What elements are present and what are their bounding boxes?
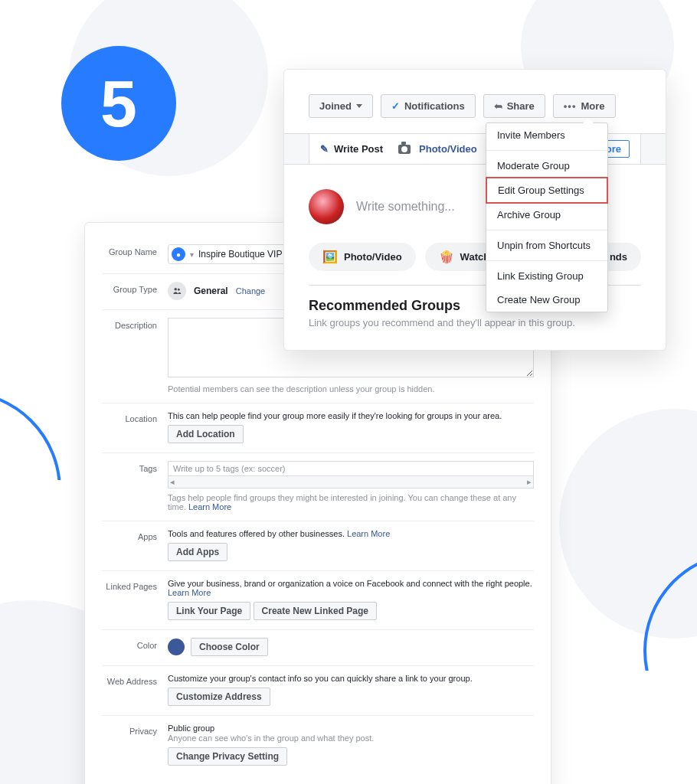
step-number-badge: 5 [61,46,176,161]
color-label: Color [102,638,157,656]
group-name-value: Inspire Boutique VIP [198,249,282,260]
web-label: Web Address [102,674,157,706]
share-icon: ➦ [494,100,502,112]
group-icon: ● [172,247,185,261]
tags-scrollbar[interactable]: ◂▸ [168,476,534,488]
user-avatar [309,189,344,224]
group-name-field[interactable]: ● ▾ Inspire Boutique VIP [168,244,290,264]
privacy-hint: Anyone can see who's in the group and wh… [168,733,534,743]
caret-icon: ▾ [190,250,194,259]
tags-input[interactable]: Write up to 5 tags (ex: soccer) [168,461,534,476]
notifications-button[interactable]: ✓ Notifications [381,94,476,118]
apps-learn-link[interactable]: Learn More [347,529,390,538]
share-button[interactable]: ➦ Share [483,94,545,118]
apps-label: Apps [102,529,157,561]
tags-label: Tags [102,461,157,511]
group-header-card: Joined ✓ Notifications ➦ Share ••• More … [283,69,666,351]
menu-link-existing-group[interactable]: Link Existing Group [486,264,607,288]
recommended-desc: Link groups you recommend and they'll ap… [309,317,641,328]
linked-text: Give your business, brand or organizatio… [168,579,532,588]
privacy-label: Privacy [102,724,157,766]
popcorn-icon: 🍿 [439,250,454,264]
linked-learn-link[interactable]: Learn More [168,588,211,597]
dots-icon: ••• [564,100,577,112]
web-text: Customize your group's contact info so y… [168,674,534,683]
linked-label: Linked Pages [102,579,157,620]
menu-edit-group-settings[interactable]: Edit Group Settings [486,177,608,204]
svg-point-0 [175,288,178,291]
location-text: This can help people find your group mor… [168,411,534,420]
svg-point-1 [178,289,180,291]
group-type-label: Group Type [102,282,157,300]
menu-invite-members[interactable]: Invite Members [486,123,607,147]
link-page-button[interactable]: Link Your Page [168,602,250,620]
color-swatch [168,639,185,655]
decor-arc [0,390,61,590]
choose-color-button[interactable]: Choose Color [191,638,268,656]
joined-button[interactable]: Joined [309,94,373,118]
chip-photo-video[interactable]: 🖼️ Photo/Video [309,243,416,271]
description-label: Description [102,318,157,394]
chevron-down-icon [356,104,362,108]
customize-address-button[interactable]: Customize Address [168,688,270,706]
menu-archive-group[interactable]: Archive Group [486,203,607,227]
camera-icon [398,145,411,154]
add-apps-button[interactable]: Add Apps [168,543,227,561]
change-type-link[interactable]: Change [236,286,266,296]
check-icon: ✓ [391,100,400,112]
change-privacy-button[interactable]: Change Privacy Setting [168,747,287,766]
privacy-value: Public group [168,724,534,733]
photo-icon: 🖼️ [322,250,338,264]
menu-unpin-shortcuts[interactable]: Unpin from Shortcuts [486,234,607,257]
people-icon [168,282,186,300]
add-location-button[interactable]: Add Location [168,425,244,443]
menu-moderate-group[interactable]: Moderate Group [486,154,607,178]
apps-text: Tools and features offered by other busi… [168,529,345,538]
tags-hint: Tags help people find groups they might … [168,493,534,511]
description-hint: Potential members can see the descriptio… [168,384,534,394]
photo-video-tab[interactable]: Photo/Video [398,140,477,158]
group-type-value: General [194,286,228,296]
more-dropdown-menu: Invite Members Moderate Group Edit Group… [486,122,608,312]
write-post-tab[interactable]: ✎ Write Post [320,140,383,158]
menu-create-new-group[interactable]: Create New Group [486,288,607,312]
tags-learn-link[interactable]: Learn More [188,502,231,511]
more-button[interactable]: ••• More [553,94,616,118]
pencil-icon: ✎ [320,143,329,155]
group-name-label: Group Name [102,244,157,264]
location-label: Location [102,411,157,443]
create-linked-page-button[interactable]: Create New Linked Page [254,602,377,620]
composer-placeholder[interactable]: Write something... [356,200,455,214]
